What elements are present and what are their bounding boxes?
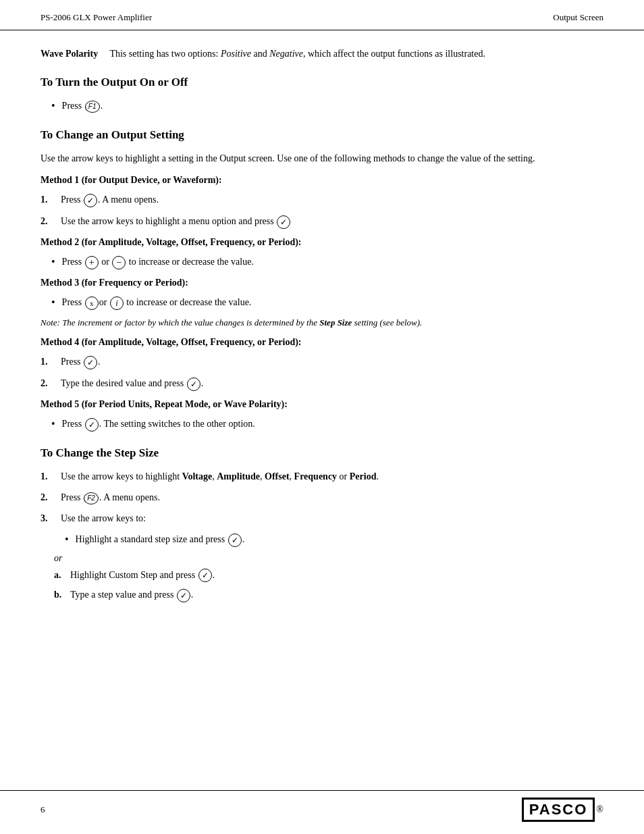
method2-heading: Method 2 (for Amplitude, Voltage, Offset…: [41, 237, 603, 248]
method2-text: Press + or − to increase or decrease the…: [62, 255, 254, 269]
section3-sub-a: a. Highlight Custom Step and press ✓.: [54, 568, 603, 583]
method4-step1-text: Press ✓.: [61, 355, 101, 369]
step-num-s3-3: 3.: [41, 511, 61, 525]
check-key-1: ✓: [84, 194, 97, 207]
minus-key: −: [112, 256, 126, 269]
wave-polarity-text: This setting has two options: Positive a…: [109, 49, 485, 59]
section3-sub-b: b. Type a step value and press ✓.: [54, 588, 603, 602]
method5-heading: Method 5 (for Period Units, Repeat Mode,…: [41, 399, 603, 410]
bullet-dot: •: [51, 99, 55, 113]
section3-heading: To Change the Step Size: [41, 446, 603, 460]
page: PS-2006 GLX Power Amplifier Output Scree…: [0, 0, 644, 834]
check-key-8: ✓: [177, 589, 190, 602]
method1-step2-text: Use the arrow keys to highlight a menu o…: [61, 214, 291, 229]
section3-step3-text: Use the arrow keys to:: [61, 511, 146, 525]
method1-heading: Method 1 (for Output Device, or Waveform…: [41, 175, 603, 186]
plus-key: +: [85, 256, 99, 269]
or-text: or: [54, 553, 603, 564]
section-turn-output: To Turn the Output On or Off • Press F1.: [41, 76, 603, 113]
f1-key: F1: [85, 101, 100, 113]
section3-step2-text: Press F2. A menu opens.: [61, 490, 160, 504]
section3-step1: 1. Use the arrow keys to highlight Volta…: [41, 469, 603, 484]
method4-step1: 1. Press ✓.: [41, 355, 603, 369]
bullet-dot-3: •: [51, 295, 55, 310]
method4-step2-text: Type the desired value and press ✓.: [61, 376, 203, 391]
section3-step3: 3. Use the arrow keys to:: [41, 511, 603, 525]
wave-polarity-label: Wave Polarity: [41, 49, 98, 59]
sub-bullet-dot: •: [65, 532, 69, 547]
method4-heading: Method 4 (for Amplitude, Voltage, Offset…: [41, 337, 603, 348]
section3-sub-b-text: Type a step value and press ✓.: [70, 588, 193, 602]
method5-bullet: • Press ✓. The setting switches to the o…: [41, 417, 603, 432]
check-key-6: ✓: [228, 533, 242, 547]
step-number-m4-2: 2.: [41, 376, 61, 390]
header-left: PS-2006 GLX Power Amplifier: [41, 12, 152, 23]
section2-heading: To Change an Output Setting: [41, 128, 603, 142]
section1-bullet: • Press F1.: [41, 99, 603, 113]
step-num-s3-1: 1.: [41, 469, 61, 484]
section1-heading: To Turn the Output On or Off: [41, 76, 603, 89]
logo-reg: ®: [596, 804, 603, 815]
section2-intro: Use the arrow keys to highlight a settin…: [41, 151, 603, 165]
check-key-5: ✓: [85, 418, 99, 432]
header-right: Output Screen: [553, 12, 603, 23]
section1-text: Press F1.: [62, 99, 103, 113]
page-number: 6: [41, 804, 45, 815]
sub-letter-b: b.: [54, 588, 70, 602]
method3-text: Press xor i to increase or decrease the …: [62, 295, 252, 310]
method3-bullet: • Press xor i to increase or decrease th…: [41, 295, 603, 310]
section3-sub1-text: Highlight a standard step size and press…: [76, 532, 245, 547]
bullet-dot-2: •: [51, 255, 55, 269]
step-size-label: Step Size: [319, 317, 352, 328]
logo-box: PASCO: [522, 798, 595, 822]
method1-step1-text: Press ✓. A menu opens.: [61, 192, 159, 207]
method2-bullet: • Press + or − to increase or decrease t…: [41, 255, 603, 269]
check-key-4: ✓: [187, 377, 200, 391]
section-step-size: To Change the Step Size 1. Use the arrow…: [41, 446, 603, 602]
section3-step2: 2. Press F2. A menu opens.: [41, 490, 603, 504]
x-key: x: [85, 296, 99, 310]
wave-polarity-section: Wave Polarity This setting has two optio…: [41, 47, 603, 61]
step-number-2: 2.: [41, 214, 61, 228]
method5-text: Press ✓. The setting switches to the oth…: [62, 417, 255, 432]
step-num-s3-2: 2.: [41, 490, 61, 504]
i-key: i: [110, 296, 124, 310]
check-key-2: ✓: [277, 215, 290, 229]
page-footer: 6 PASCO®: [0, 790, 644, 834]
pasco-logo: PASCO®: [522, 798, 603, 822]
method4-step2: 2. Type the desired value and press ✓.: [41, 376, 603, 391]
section3-step1-text: Use the arrow keys to highlight Voltage,…: [61, 469, 379, 484]
check-key-7: ✓: [198, 569, 212, 582]
sub-letter-a: a.: [54, 568, 70, 582]
method1-step1: 1. Press ✓. A menu opens.: [41, 192, 603, 207]
step-number-m4-1: 1.: [41, 355, 61, 369]
method3-note: Note: The increment or factor by which t…: [41, 316, 603, 330]
page-header: PS-2006 GLX Power Amplifier Output Scree…: [0, 0, 644, 30]
method1-step2: 2. Use the arrow keys to highlight a men…: [41, 214, 603, 229]
step-number: 1.: [41, 192, 61, 207]
section-change-output: To Change an Output Setting Use the arro…: [41, 128, 603, 432]
f2-key: F2: [84, 492, 99, 504]
section3-sub1: • Highlight a standard step size and pre…: [54, 532, 603, 547]
bullet-dot-5: •: [51, 417, 55, 432]
page-content: Wave Polarity This setting has two optio…: [0, 30, 644, 790]
check-key-3: ✓: [84, 356, 97, 369]
section3-sub-a-text: Highlight Custom Step and press ✓.: [70, 568, 215, 583]
method3-heading: Method 3 (for Frequency or Period):: [41, 278, 603, 288]
